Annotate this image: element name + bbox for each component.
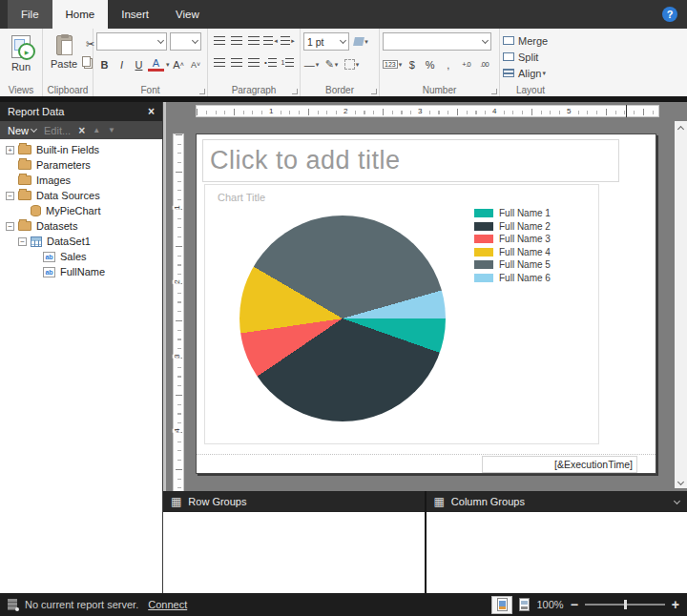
border-width-select[interactable]: 1 pt [303,32,349,51]
expand-icon[interactable]: − [18,237,27,246]
percent-button[interactable]: % [422,56,438,72]
align-button[interactable]: Align▾ [503,65,558,81]
merge-button[interactable]: Merge [503,32,558,49]
border-color-button[interactable]: ✎▾ [323,56,340,72]
scroll-down-icon[interactable] [677,479,684,485]
tree-item-sales[interactable]: abSales [0,249,162,264]
edit-button[interactable]: Edit... [44,125,71,136]
font-family-select[interactable] [96,32,167,51]
currency-button[interactable]: $ [404,56,420,72]
tree-item-parameters[interactable]: Parameters [0,157,162,173]
border-style-button[interactable]: —▾ [303,56,320,72]
zoom-in-button[interactable]: + [672,597,679,612]
tab-home[interactable]: Home [52,0,109,29]
bold-button[interactable]: B [96,56,113,72]
increase-indent-button[interactable]: ▸ [280,32,296,49]
tree-item-mypiechart[interactable]: MyPieChart [0,203,162,218]
folder-icon [18,221,31,231]
execution-time-textbox[interactable]: [&ExecutionTime] [482,456,637,473]
tree-item-images[interactable]: Images [0,173,162,188]
tree-item-built-in-fields[interactable]: +Built-in Fields [0,142,162,157]
zoom-slider[interactable] [585,604,665,606]
expand-icon[interactable]: − [6,222,14,231]
tree-item-dataset1[interactable]: −DataSet1 [0,234,162,249]
connect-link[interactable]: Connect [148,599,187,610]
column-groups-panel: ▦ Column Groups [425,491,687,593]
italic-button[interactable]: I [114,56,130,72]
font-dialog-launcher[interactable] [199,89,205,94]
border-dialog-launcher[interactable] [371,89,377,94]
legend-label: Full Name 5 [499,259,551,270]
design-view-button[interactable] [491,596,512,614]
legend-item: Full Name 4 [474,246,551,259]
align-left-button[interactable] [211,54,227,71]
row-groups-body[interactable] [163,512,425,593]
tree-item-datasets[interactable]: −Datasets [0,218,162,234]
number-format-button[interactable]: 123▾ [383,56,402,72]
expand-icon[interactable]: − [6,192,14,200]
thousands-separator-button[interactable]: , [440,56,456,72]
chart-legend[interactable]: Full Name 1Full Name 2Full Name 3Full Na… [474,207,551,284]
help-icon[interactable]: ? [662,7,677,22]
number-dialog-launcher[interactable] [491,89,497,94]
pie-chart[interactable] [239,216,446,421]
delete-icon[interactable]: × [78,124,85,137]
tree-item-label: Built-in Fields [36,144,99,155]
run-button[interactable]: Run [3,32,39,75]
field-icon: ab [43,267,55,277]
groups-options-dropdown[interactable] [674,497,680,503]
tab-insert[interactable]: Insert [108,0,162,29]
ruler-number: 4 [173,428,181,432]
align-top-button[interactable] [211,32,227,49]
shrink-font-button[interactable]: A˅ [188,56,204,72]
split-icon [503,52,514,61]
bullet-list-button[interactable]: • [262,54,279,71]
scroll-up-icon[interactable] [677,126,684,133]
paste-button[interactable]: Paste [46,32,82,84]
paragraph-dialog-launcher[interactable] [292,89,298,94]
move-down-icon[interactable]: ▼ [108,126,115,134]
decrease-decimal-button[interactable]: .00 [476,56,492,72]
increase-decimal-button[interactable]: +.0 [458,56,474,72]
vertical-scrollbar[interactable] [675,121,687,488]
tree-item-label: DataSet1 [47,236,91,247]
panel-splitter[interactable] [163,102,166,491]
fill-color-button[interactable]: ▾ [353,33,369,50]
numbered-list-button[interactable]: 1 [280,54,296,71]
align-right-button[interactable] [245,54,261,71]
border-box-button[interactable]: ▾ [344,56,360,72]
copy-button[interactable] [82,56,91,67]
column-groups-icon: ▦ [434,495,445,508]
tab-view[interactable]: View [162,0,213,29]
tree-item-fullname[interactable]: abFullName [0,264,162,279]
align-center-button[interactable] [228,54,244,71]
decrease-indent-button[interactable]: ◂ [262,32,279,49]
align-bottom-button[interactable] [245,32,261,49]
legend-item: Full Name 1 [474,207,551,220]
chart-title[interactable]: Chart Title [218,192,265,203]
report-title-textbox[interactable]: Click to add title [202,139,619,182]
font-size-select[interactable] [170,32,201,51]
underline-button[interactable]: U [131,56,147,72]
report-page[interactable]: Click to add title Chart Title Full Name… [196,133,656,474]
close-icon[interactable]: × [148,105,155,118]
tree-item-data-sources[interactable]: −Data Sources [0,188,162,203]
tab-file[interactable]: File [8,0,52,29]
zoom-out-button[interactable]: − [571,597,578,612]
zoom-slider-thumb[interactable] [624,600,627,609]
expand-icon[interactable]: + [6,146,14,154]
tree-item-label: MyPieChart [46,205,100,216]
align-middle-button[interactable] [228,32,244,49]
new-button[interactable]: New [8,125,36,136]
column-groups-body[interactable] [427,512,687,593]
grow-font-button[interactable]: A˄ [171,56,187,72]
font-color-button[interactable]: A [148,57,164,72]
move-up-icon[interactable]: ▲ [93,126,100,134]
split-button[interactable]: Split [503,49,558,65]
chart-region[interactable]: Chart Title Full Name 1Full Name 2Full N… [204,184,599,444]
legend-swatch [474,248,493,257]
font-color-dropdown[interactable]: ▾ [166,61,170,69]
run-view-button[interactable] [519,598,530,611]
ruler-number: 3 [417,107,423,115]
number-format-select[interactable] [383,32,491,51]
